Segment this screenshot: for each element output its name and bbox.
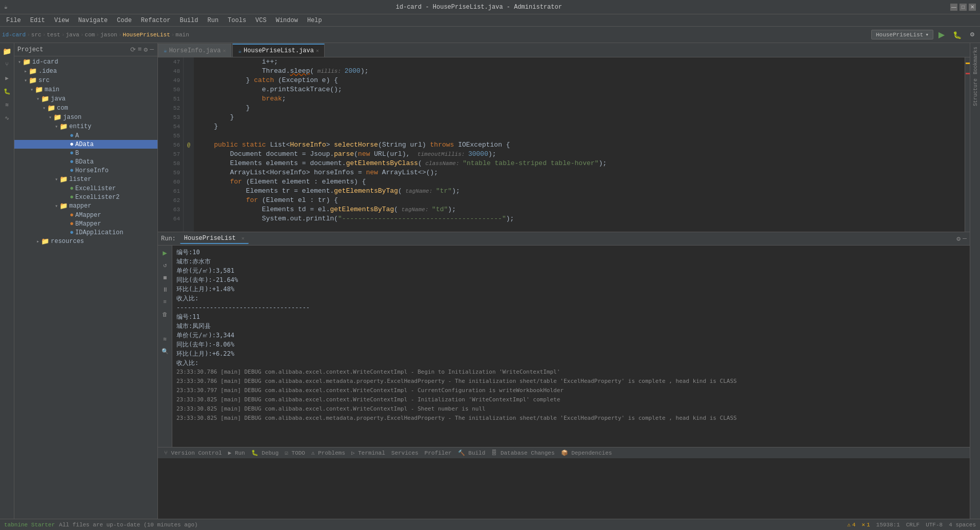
run-stop-icon[interactable]: ◼	[160, 272, 170, 282]
status-errors[interactable]: ✕ 1	[862, 521, 870, 528]
tree-item-IDApplication[interactable]: ▸ ● IDApplication	[14, 228, 157, 237]
tab-services[interactable]: Services	[389, 450, 421, 456]
panel-minimize-icon[interactable]: —	[149, 45, 154, 54]
tree-item-BMapper[interactable]: ▸ ● BMapper	[14, 219, 157, 228]
status-indent[interactable]: 4 spaces	[949, 522, 976, 528]
tree-item-src[interactable]: ▾ 📁 src	[14, 76, 157, 85]
tab-debug[interactable]: 🐛 Debug	[249, 450, 281, 456]
tree-item-ExcelLister[interactable]: ▸ ● ExcelLister	[14, 184, 157, 193]
tree-item-com[interactable]: ▾ 📁 com	[14, 104, 157, 113]
tab-terminal[interactable]: ▷ Terminal	[349, 450, 387, 456]
project-panel-title: Project	[17, 46, 43, 53]
debug-button[interactable]: 🐛	[950, 30, 965, 40]
tree-item-AMapper[interactable]: ▸ ● AMapper	[14, 211, 157, 219]
code-content[interactable]: i++; Thread.sleep( millis: 2000); } catc…	[194, 57, 965, 232]
menu-item-tools[interactable]: Tools	[224, 16, 250, 25]
run-gc-icon[interactable]: 🗑	[160, 309, 170, 319]
menu-item-vcs[interactable]: VCS	[251, 16, 271, 25]
project-icon[interactable]: 📁	[1, 45, 13, 57]
run-pause-icon[interactable]: ⏸	[160, 284, 170, 295]
debug-sidebar-icon[interactable]: 🐛	[1, 85, 13, 97]
bookmarks-label[interactable]: Bookmarks	[971, 45, 979, 76]
menu-item-run[interactable]: Run	[203, 16, 223, 25]
tree-item-lister[interactable]: ▾ 📁 lister	[14, 175, 157, 184]
sync-icon[interactable]: ⟳	[130, 45, 136, 54]
tree-item-idea[interactable]: ▸ 📁 .idea	[14, 67, 157, 76]
line-58: 58	[173, 159, 180, 168]
settings-icon[interactable]: ⚙	[143, 45, 148, 54]
run-output[interactable]: 编号:10 城市:赤水市 单价(元/㎡):3,581 同比(去年):-21.64…	[172, 246, 970, 447]
tree-item-idcard[interactable]: ▾ 📁 id-card	[14, 57, 157, 67]
code-editor[interactable]: 47 48 49 50 51 52 53 54 55 56 57 58 59 6…	[158, 57, 970, 232]
menu-item-navigate[interactable]: Navigate	[74, 16, 112, 25]
menu-item-file[interactable]: File	[2, 16, 25, 25]
breadcrumb-com[interactable]: com	[85, 32, 95, 38]
tree-item-mapper[interactable]: ▾ 📁 mapper	[14, 201, 157, 211]
tab-todo[interactable]: ☑ TODO	[283, 450, 307, 456]
tab-dependencies[interactable]: 📦 Dependencies	[559, 450, 614, 456]
tree-item-ExcelLister2[interactable]: ▸ ● ExcelLister2	[14, 193, 157, 201]
tree-label-lister: lister	[69, 176, 91, 183]
run-scroll-icon[interactable]: ≋	[160, 334, 170, 344]
tab-database-changes[interactable]: 🗄 Database Changes	[489, 450, 556, 456]
run-dump-icon[interactable]: ≡	[160, 297, 170, 307]
tree-item-main[interactable]: ▾ 📁 main	[14, 85, 157, 94]
status-cursor[interactable]: 15938:1	[876, 522, 900, 528]
run-config-selector[interactable]: HousePriseList ▾	[871, 30, 933, 39]
status-line-ending[interactable]: CRLF	[906, 522, 919, 528]
tab-build[interactable]: 🔨 Build	[456, 450, 488, 456]
tab-housepriselist[interactable]: ☕ HousePriseList.java ✕	[232, 44, 324, 57]
tree-item-java[interactable]: ▾ 📁 java	[14, 94, 157, 104]
run-search-icon[interactable]: 🔍	[160, 346, 170, 356]
settings-button[interactable]: ⚙	[967, 30, 978, 39]
tree-item-entity[interactable]: ▾ 📁 entity	[14, 122, 157, 131]
tab-run[interactable]: ▶ Run	[226, 450, 247, 456]
tree-item-resources[interactable]: ▸ 📁 resources	[14, 237, 157, 246]
run-icon[interactable]: ▶	[1, 72, 13, 84]
menu-item-refactor[interactable]: Refactor	[137, 16, 175, 25]
coverage-icon[interactable]: ≋	[1, 98, 13, 111]
tree-item-HorseInfo[interactable]: ▸ ● HorseInfo	[14, 166, 157, 175]
menu-item-code[interactable]: Code	[113, 16, 136, 25]
profiler-sidebar-icon[interactable]: ∿	[1, 112, 13, 124]
tree-item-BData[interactable]: ▸ ● BData	[14, 157, 157, 166]
code-line-54: }	[198, 122, 965, 131]
bottom-tab-housepriselist[interactable]: HousePriseList ✕	[180, 234, 249, 244]
tree-item-B[interactable]: ▸ ● B	[14, 149, 157, 157]
tree-item-jason[interactable]: ▾ 📁 jason	[14, 113, 157, 122]
close-button[interactable]: ✕	[969, 4, 976, 11]
minimize-bottom-icon[interactable]: —	[963, 235, 967, 242]
breadcrumb-test[interactable]: test	[47, 32, 60, 38]
run-rerun-icon[interactable]: ↺	[160, 260, 170, 270]
tree-item-A[interactable]: ▸ ● A	[14, 131, 157, 140]
settings-bottom-icon[interactable]: ⚙	[956, 235, 961, 243]
collapse-icon[interactable]: ≡	[137, 45, 143, 54]
run-button[interactable]: ▶	[935, 29, 948, 40]
breadcrumb-src[interactable]: src	[31, 32, 42, 38]
status-warnings[interactable]: ⚠ 4	[847, 521, 855, 528]
maximize-button[interactable]: □	[959, 4, 967, 11]
menu-item-edit[interactable]: Edit	[26, 16, 49, 25]
breadcrumb-java[interactable]: java	[66, 32, 79, 38]
tab-horseinfo-close[interactable]: ✕	[223, 48, 226, 54]
tab-version-control[interactable]: ⑂ Version Control	[162, 450, 224, 456]
tab-problems[interactable]: ⚠ Problems	[309, 450, 347, 456]
bottom-tab-close[interactable]: ✕	[242, 236, 245, 241]
run-play-icon[interactable]: ▶	[160, 248, 170, 258]
tab-housepriselist-close[interactable]: ✕	[316, 48, 319, 54]
tab-profiler[interactable]: Profiler	[423, 450, 454, 456]
breadcrumb-main[interactable]: main	[175, 32, 189, 38]
menu-item-view[interactable]: View	[50, 16, 73, 25]
menu-item-help[interactable]: Help	[303, 16, 326, 25]
menu-item-window[interactable]: Window	[272, 16, 302, 25]
breadcrumb-idcard[interactable]: id-card	[2, 32, 26, 38]
minimize-button[interactable]: —	[950, 4, 957, 11]
structure-label[interactable]: Structure	[971, 77, 979, 108]
breadcrumb-jason[interactable]: jason	[101, 32, 117, 38]
menu-item-build[interactable]: Build	[175, 16, 202, 25]
status-encoding[interactable]: UTF-8	[926, 522, 943, 528]
tree-item-AData[interactable]: ▸ ● AData	[14, 140, 157, 149]
breadcrumb-housepriselist[interactable]: HousePriseList	[123, 32, 170, 38]
commit-icon[interactable]: ⑂	[1, 58, 13, 71]
tab-horseinfo[interactable]: ☕ HorseInfo.java ✕	[158, 44, 231, 57]
